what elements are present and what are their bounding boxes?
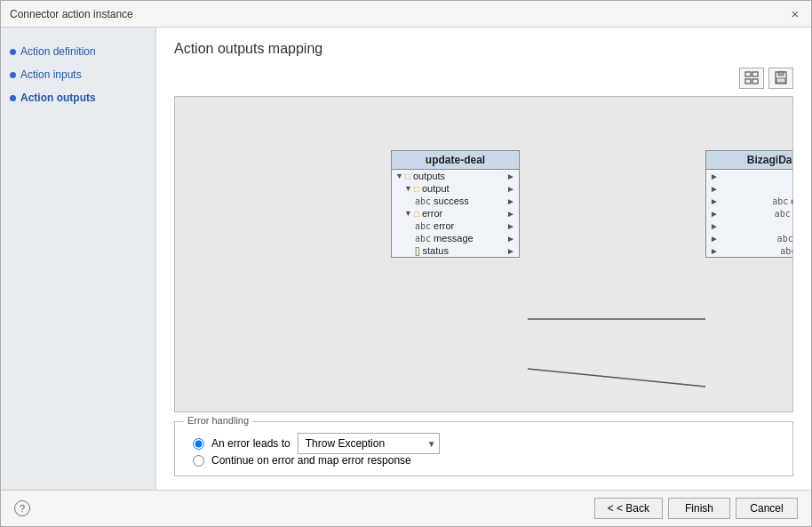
arrow-left-icon: ► [710,196,719,206]
sidebar-label-action-definition: Action definition [20,45,96,58]
node-label: companyId [791,196,793,206]
title-bar: Connector action instance × [1,1,811,28]
expand-icon[interactable]: ▼ [404,209,412,218]
node-label: status [423,245,449,256]
save-icon [774,71,788,85]
tree-node: ► abc message [706,244,793,257]
abc-icon: abc [415,196,431,206]
node-label: success [434,196,469,206]
toolbar-btn-layout[interactable] [739,68,764,89]
arrow-right-icon: ► [506,184,515,194]
tree-node: ► abc contactVid [706,207,793,220]
sidebar-item-action-definition[interactable]: Action definition [10,45,147,58]
finish-button[interactable]: Finish [668,498,730,519]
folder-icon: □ [405,172,410,181]
toolbar-btn-save[interactable] [768,68,793,89]
main-content: Action outputs mapping [156,28,811,490]
arrow-left-icon: ► [710,209,719,219]
bracket-icon: [] [415,246,420,256]
section-title: Action outputs mapping [174,41,793,57]
svg-rect-3 [752,79,758,84]
svg-rect-0 [745,72,751,76]
tree-node: abc message ► [392,232,519,244]
node-label: message [434,233,474,244]
svg-line-8 [528,369,705,387]
abc-icon: abc [772,196,788,206]
folder-icon: □ [414,184,419,194]
abc-icon: abc [777,234,793,244]
arrow-left-icon: ► [710,246,719,256]
abc-icon: abc [415,234,431,244]
error-handling-section: Error handling An error leads to Throw E… [174,421,793,476]
svg-rect-5 [778,72,784,76]
arrow-left-icon: ► [710,172,719,181]
node-label: output [422,183,450,194]
dialog-body: Action definition Action inputs Action o… [1,28,811,490]
connector-dialog: Connector action instance × Action defin… [0,0,812,527]
sidebar-item-action-inputs[interactable]: Action inputs [10,68,147,81]
toolbar-row [174,68,793,89]
arrow-right-icon: ► [506,221,515,231]
svg-rect-1 [752,72,758,76]
error-handling-legend: Error handling [184,415,252,426]
expand-icon[interactable]: ▼ [395,172,403,180]
sidebar-label-action-outputs: Action outputs [20,92,96,104]
close-button[interactable]: × [788,8,802,20]
dropdown-wrapper: Throw Exception Continue on error ▼ [298,433,440,454]
radio-label-1: An error leads to [211,437,291,450]
tree-node: [] status ► [392,244,519,257]
back-button[interactable]: < < Back [594,498,663,519]
tree-node: ▼ □ error ► [392,207,519,220]
right-box-header: BizagiData [706,151,793,170]
sidebar-dot [10,95,16,101]
tree-node: ▼ □ outputs ► [392,170,519,182]
arrow-right-icon: ► [506,234,515,244]
arrow-left-icon: ► [710,184,719,194]
left-box-header: update-deal [392,151,519,170]
tree-node: ► abc companyId [706,195,793,207]
abc-icon: abc [780,246,793,256]
sidebar-dot [10,49,16,55]
svg-rect-6 [776,78,785,83]
tree-node: abc error ► [392,220,519,232]
node-label: outputs [413,171,445,181]
help-icon[interactable]: ? [14,500,30,516]
abc-icon: abc [415,221,431,231]
mapping-canvas: update-deal ▼ □ outputs ► ▼ [175,97,792,411]
radio-error-leads-to[interactable] [193,438,204,450]
arrow-left-icon: ► [710,234,719,244]
folder-icon: □ [414,209,419,219]
tree-node: ► ► □ Deal [706,170,793,182]
radio-row-1: An error leads to Throw Exception Contin… [193,433,775,454]
sidebar-dot [10,72,16,78]
arrow-right-icon: ► [506,246,515,256]
tree-node: ► abc dealname [706,232,793,244]
radio-continue-on-error[interactable] [193,455,204,467]
node-label: error [434,220,454,231]
tree-node: abc success ► [392,195,519,207]
tree-node: ▼ □ output ► [392,182,519,195]
arrow-right-icon: ► [506,172,515,181]
footer-left: ? [14,500,30,516]
mapping-area: update-deal ▼ □ outputs ► ▼ [174,96,793,412]
tree-node: ► abc dealId [706,220,793,232]
radio-row-2: Continue on error and map error response [193,454,775,467]
sidebar-label-action-inputs: Action inputs [20,68,82,81]
svg-rect-2 [745,79,751,84]
arrow-left-icon: ► [710,221,719,231]
sidebar-item-action-outputs[interactable]: Action outputs [10,92,147,104]
cancel-button[interactable]: Cancel [736,498,798,519]
error-handling-inner: An error leads to Throw Exception Contin… [175,422,792,475]
expand-icon[interactable]: ▼ [404,184,412,193]
radio-label-2: Continue on error and map error response [211,454,411,467]
tree-node: ► $ amount [706,182,793,195]
throw-exception-dropdown[interactable]: Throw Exception Continue on error [298,433,440,454]
layout-icon [744,71,759,85]
right-tree-box: BizagiData ► ► □ Deal ► $ [705,150,793,258]
left-tree-box: update-deal ▼ □ outputs ► ▼ [391,150,520,258]
footer: ? < < Back Finish Cancel [1,490,811,526]
dialog-title: Connector action instance [10,8,133,20]
abc-icon: abc [775,209,791,219]
sidebar: Action definition Action inputs Action o… [1,28,156,490]
arrow-right-icon: ► [506,196,515,206]
